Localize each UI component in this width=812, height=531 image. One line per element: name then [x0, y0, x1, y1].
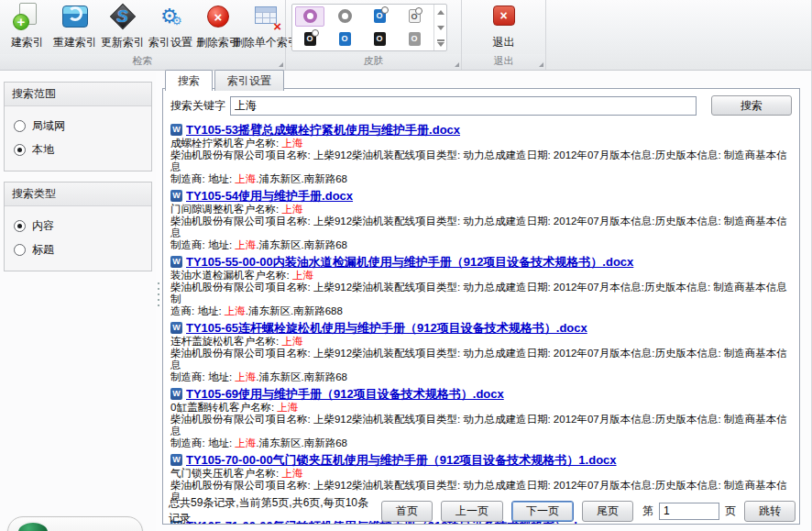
highlight-keyword: 上海 — [235, 437, 256, 448]
radio-label: 本地 — [32, 142, 54, 158]
skin-office-black-clock[interactable]: O — [295, 29, 324, 50]
splitter-handle[interactable] — [156, 72, 161, 531]
pagination-button-下一页[interactable]: 下一页 — [511, 501, 574, 522]
snippet-text: 柴油机股份有限公司项目名称: 上柴912柴油机装配线项目类型: 动力总成建造日期… — [170, 348, 787, 371]
word-doc-icon: W — [170, 454, 182, 466]
pagination-summary: 总共59条记录,当前第5页,共6页,每页10条记录 — [169, 495, 373, 524]
radio-label: 内容 — [32, 218, 54, 234]
tab-search[interactable]: 搜索 — [165, 70, 213, 91]
pagination-button-上一页[interactable]: 上一页 — [441, 501, 503, 522]
search-row: 搜索关键字 搜索 — [170, 95, 792, 116]
skin-office-gray[interactable]: O — [400, 29, 429, 50]
ribbon-button-update-index[interactable]: S更新索引 — [99, 1, 147, 50]
tab-index-settings[interactable]: 索引设置 — [214, 70, 284, 91]
snippet-text: 制造商: 地址: — [170, 437, 235, 448]
ribbon: +建索引重建索引S更新索引⚙⚙索引设置×删除索引×删除单个索引 检索 OOOOO… — [0, 0, 812, 71]
dialog-launcher-icon[interactable] — [455, 62, 459, 67]
snippet-text: 柴油机股份有限公司项目名称: 上柴912柴油机装配线项目类型: 动力总成建造日期… — [170, 149, 787, 172]
skin-office-blue-clock[interactable]: O — [365, 6, 394, 27]
ribbon-group-index: +建索引重建索引S更新索引⚙⚙索引设置×删除索引×删除单个索引 检索 — [0, 0, 286, 70]
page-prefix-label: 第 — [642, 503, 653, 519]
result-snippet: 0缸盖翻转机客户名称: 上海柴油机股份有限公司项目名称: 上柴912柴油机装配线… — [170, 402, 792, 449]
snippet-text: .浦东新区.南新路68 — [256, 173, 347, 184]
highlight-keyword: 上海 — [235, 371, 256, 382]
skin-ring-purple-icon — [303, 9, 317, 23]
ribbon-group-exit-label: 退出 — [494, 55, 514, 66]
word-doc-icon: W — [170, 388, 182, 400]
skin-ring-gray[interactable] — [330, 6, 359, 27]
ribbon-button-label: 重建索引 — [53, 35, 97, 50]
radio-option-局域网[interactable]: 局域网 — [14, 114, 142, 138]
radio-option-标题[interactable]: 标题 — [14, 238, 142, 261]
skin-ring-purple[interactable] — [295, 6, 324, 27]
ribbon-button-new-index[interactable]: +建索引 — [4, 1, 51, 50]
snippet-text: 制造商: 地址: — [170, 371, 235, 382]
tab-search-label: 搜索 — [178, 74, 200, 87]
result-link[interactable]: TY105-53摇臂总成螺栓拧紧机使用与维护手册.docx — [186, 122, 460, 138]
highlight-keyword: 上海 — [225, 305, 246, 316]
highlight-keyword: 上海 — [281, 138, 302, 149]
ribbon-button-label: 建索引 — [11, 35, 44, 50]
skin-office-white-clock[interactable]: O — [400, 6, 429, 27]
result-snippet: 成螺栓拧紧机客户名称: 上海柴油机股份有限公司项目名称: 上柴912柴油机装配线… — [170, 138, 792, 185]
radio-icon — [14, 120, 26, 132]
ribbon-group-skin: OOOOOO 皮肤 — [286, 0, 462, 70]
radio-option-内容[interactable]: 内容 — [14, 214, 142, 238]
search-button[interactable]: 搜索 — [711, 95, 792, 116]
gallery-expand-icon[interactable] — [434, 35, 446, 50]
result-link[interactable]: TY105-69使用与维护手册（912项目设备技术规格书）.docx — [186, 386, 504, 403]
ribbon-button-rebuild-index[interactable]: 重建索引 — [51, 1, 99, 50]
dialog-launcher-icon[interactable] — [279, 62, 283, 67]
snippet-text: 连杆盖旋松机客户名称: — [170, 336, 281, 347]
result-link[interactable]: TY105-65连杆螺栓旋松机使用与维护手册（912项目设备技术规格书）.doc… — [186, 320, 587, 337]
result-link[interactable]: TY105-55-00-00内装油水道检漏机使用与维护手册（912项目设备技术规… — [186, 254, 633, 271]
snippet-text: 门间隙调整机客户名称: — [170, 204, 281, 215]
highlight-keyword: 上海 — [281, 336, 302, 347]
floating-widget[interactable] — [7, 516, 143, 531]
exit-button[interactable]: × 退出 — [480, 1, 528, 50]
skin-gallery: OOOOOO — [291, 4, 447, 51]
delete-index-icon: × — [203, 3, 234, 32]
pagination-bar: 总共59条记录,当前第5页,共6页,每页10条记录 首页上一页下一页尾页 第 页… — [169, 501, 796, 521]
ribbon-group-index-caption: 检索 — [0, 54, 285, 70]
ribbon-group-skin-label: 皮肤 — [364, 55, 384, 66]
skin-office-blue[interactable]: O — [330, 29, 359, 50]
snippet-text: .浦东新区.南新路68 — [256, 239, 347, 250]
page-number-input[interactable] — [659, 503, 719, 520]
word-doc-icon: W — [170, 190, 182, 202]
search-tab-content: 搜索关键字 搜索 WTY105-53摇臂总成螺栓拧紧机使用与维护手册.docx成… — [163, 89, 799, 524]
delete-single-index-icon: × — [250, 3, 281, 32]
snippet-text: 0缸盖翻转机客户名称: — [170, 402, 277, 413]
pagination-button-首页[interactable]: 首页 — [381, 501, 433, 522]
result-title: WTY105-65连杆螺栓旋松机使用与维护手册（912项目设备技术规格书）.do… — [170, 320, 792, 336]
highlight-keyword: 上海 — [281, 468, 302, 479]
radio-option-本地[interactable]: 本地 — [14, 138, 142, 161]
dialog-launcher-icon[interactable] — [539, 62, 543, 67]
snippet-text: .浦东新区.南新路68 — [256, 437, 347, 448]
sidebar-group-body: 局域网本地 — [5, 106, 151, 171]
jump-button[interactable]: 跳转 — [744, 501, 796, 522]
search-input[interactable] — [230, 96, 697, 116]
radio-icon — [14, 144, 26, 156]
result-link[interactable]: TY105-54使用与维护手册.docx — [186, 188, 353, 205]
snippet-text: 气门锁夹压机客户名称: — [170, 468, 281, 479]
snippet-text: 制造商: 地址: — [170, 239, 235, 250]
search-keyword-label: 搜索关键字 — [170, 98, 225, 114]
gallery-scroll-down-icon[interactable] — [434, 20, 446, 36]
sidebar-group-title: 搜索类型 — [5, 183, 151, 206]
skin-office-black[interactable]: O — [365, 29, 394, 50]
result-snippet: 连杆盖旋松机客户名称: 上海柴油机股份有限公司项目名称: 上柴912柴油机装配线… — [170, 336, 792, 383]
word-doc-icon: W — [170, 256, 182, 268]
ribbon-button-index-settings[interactable]: ⚙⚙索引设置 — [147, 1, 194, 50]
skin-office-white-clock-icon: O — [409, 9, 421, 23]
result-link[interactable]: TY105-70-00-00气门锁夹压机使用与维护手册（912项目设备技术规格书… — [186, 452, 617, 469]
skin-gallery-arrows — [433, 5, 446, 50]
ribbon-button-delete-single-index[interactable]: ×删除单个索引 — [242, 1, 290, 50]
ribbon-group-skin-caption: 皮肤 — [286, 54, 461, 70]
ribbon-group-exit-caption: 退出 — [462, 54, 545, 70]
gallery-scroll-up-icon[interactable] — [434, 5, 446, 20]
pagination-button-尾页[interactable]: 尾页 — [582, 501, 633, 522]
exit-icon: × — [488, 3, 520, 32]
result-item: WTY105-65连杆螺栓旋松机使用与维护手册（912项目设备技术规格书）.do… — [170, 320, 792, 383]
word-doc-icon: W — [170, 124, 182, 136]
